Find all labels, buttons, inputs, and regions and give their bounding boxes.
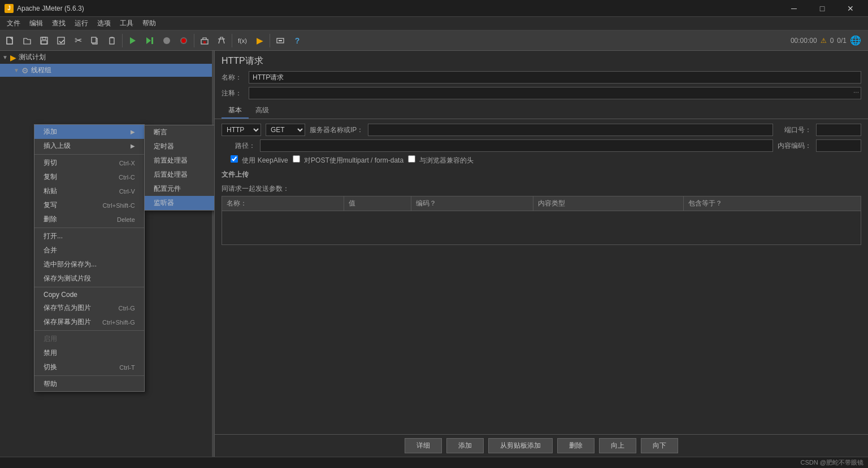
toolbar-remote[interactable]: [272, 33, 288, 49]
toolbar-paste[interactable]: [104, 33, 120, 49]
toolbar-pause[interactable]: [159, 33, 175, 49]
keepalive-checkbox[interactable]: [231, 155, 238, 163]
tree-item-test-plan[interactable]: ▼ ▶ 测试计划: [0, 51, 214, 64]
menu-file[interactable]: 文件: [2, 18, 25, 29]
sub-assertion[interactable]: 断言 ▶: [145, 125, 215, 139]
comment-input[interactable]: [249, 87, 861, 99]
close-button[interactable]: ✕: [837, 0, 863, 17]
cm-duplicate[interactable]: 复写 Ctrl+Shift-C: [34, 198, 144, 212]
tree-item-thread-group[interactable]: ▼ ⚙ 线程组: [0, 64, 214, 77]
cm-save-fragment-label: 保存为测试片段: [44, 274, 91, 283]
params-header: 同请求一起发送参数：: [222, 184, 861, 194]
file-upload-header: 文件上传: [222, 170, 861, 180]
cm-copy[interactable]: 复制 Ctrl-C: [34, 170, 144, 184]
cm-toggle[interactable]: 切换 Ctrl-T: [34, 360, 144, 374]
cm-paste[interactable]: 粘贴 Ctrl-V: [34, 184, 144, 198]
toolbar-open[interactable]: [19, 33, 35, 49]
menu-tools[interactable]: 工具: [115, 18, 138, 29]
toolbar-cut[interactable]: ✂: [70, 33, 86, 49]
panel-drag-handle[interactable]: [212, 51, 214, 457]
toolbar-clear[interactable]: [214, 33, 229, 49]
cm-save-node-image[interactable]: 保存节点为图片 Ctrl-G: [34, 301, 144, 315]
browser-compat-checkbox[interactable]: [408, 155, 415, 163]
network-icon: 🌐: [850, 35, 861, 46]
cm-open[interactable]: 打开...: [34, 229, 144, 243]
cm-enable[interactable]: 启用: [34, 332, 144, 346]
cm-save-node-image-label: 保存节点为图片: [44, 303, 91, 313]
port-input[interactable]: [816, 124, 861, 136]
cm-save-fragment[interactable]: 保存为测试片段: [34, 272, 144, 286]
minimize-button[interactable]: ─: [781, 0, 807, 17]
cm-insert-parent[interactable]: 插入上级 ▶: [34, 139, 144, 153]
path-input[interactable]: [260, 139, 773, 152]
sub-timer-label: 定时器: [154, 142, 174, 151]
test-plan-icon: ▶: [10, 53, 16, 62]
menu-run[interactable]: 运行: [70, 18, 93, 29]
cm-copy-code[interactable]: Copy Code: [34, 288, 144, 301]
cm-cut-shortcut: Ctrl-X: [119, 160, 135, 167]
toolbar-save[interactable]: [36, 33, 52, 49]
maximize-button[interactable]: □: [809, 0, 835, 17]
cm-save-screen-image[interactable]: 保存屏幕为图片 Ctrl+Shift-G: [34, 315, 144, 329]
multipart-checkbox[interactable]: [293, 155, 300, 163]
down-button[interactable]: 向下: [641, 438, 678, 453]
cm-delete[interactable]: 删除 Delete: [34, 212, 144, 226]
toolbar-save2[interactable]: [53, 33, 69, 49]
svg-rect-10: [151, 37, 153, 44]
add-button[interactable]: 添加: [446, 438, 484, 453]
context-menu-primary: 添加 ▶ 断言 ▶ 定时器 ▶ 前置处理器 ▶: [34, 124, 145, 392]
cm-cut[interactable]: 剪切 Ctrl-X: [34, 156, 144, 170]
cm-save-selection[interactable]: 选中部分保存为...: [34, 257, 144, 272]
toolbar-sep4: [270, 34, 270, 47]
cm-duplicate-label: 复写: [44, 200, 57, 210]
svg-rect-3: [41, 41, 47, 44]
cm-insert-parent-label: 插入上级: [44, 141, 71, 151]
cm-paste-shortcut: Ctrl-V: [119, 188, 135, 195]
server-input[interactable]: [368, 124, 773, 136]
toolbar-new[interactable]: [2, 33, 18, 49]
sub-listener[interactable]: 监听器 ▶ 查看结果树 汇总报告 聚合报告: [145, 196, 215, 210]
menu-options[interactable]: 选项: [93, 18, 115, 29]
toolbar-start-no-pause[interactable]: [142, 33, 158, 49]
menu-search[interactable]: 查找: [47, 18, 70, 29]
method-select[interactable]: GET POST PUT: [266, 124, 305, 136]
toolbar-clear-all[interactable]: [197, 33, 212, 49]
menu-edit[interactable]: 编辑: [25, 18, 47, 29]
detail-button[interactable]: 详细: [405, 438, 442, 453]
svg-marker-9: [146, 37, 151, 44]
name-row: 名称：: [215, 69, 868, 85]
add-from-clipboard-button[interactable]: 从剪贴板添加: [488, 438, 553, 453]
toolbar-function-helper[interactable]: f(x): [235, 33, 250, 49]
sub-config[interactable]: 配置元件 ▶: [145, 182, 215, 196]
tab-basic[interactable]: 基本: [222, 103, 249, 119]
toolbar-sep1: [122, 34, 123, 47]
cm-enable-label: 启用: [44, 334, 57, 344]
name-label: 名称：: [222, 73, 244, 82]
encoding-input[interactable]: [816, 139, 861, 152]
title-bar-left: J Apache JMeter (5.6.3): [5, 4, 84, 13]
delete-button[interactable]: 删除: [557, 438, 594, 453]
menu-help[interactable]: 帮助: [138, 18, 160, 29]
toolbar-help[interactable]: ?: [289, 33, 305, 49]
cm-disable[interactable]: 禁用: [34, 346, 144, 360]
sub-timer[interactable]: 定时器 ▶: [145, 139, 215, 154]
toolbar-template[interactable]: ▶: [251, 33, 267, 49]
cm-save-selection-label: 选中部分保存为...: [44, 260, 97, 269]
protocol-select[interactable]: HTTP HTTPS: [222, 124, 261, 136]
toolbar-stop[interactable]: [176, 33, 192, 49]
sub-post-processor[interactable]: 后置处理器 ▶: [145, 168, 215, 182]
cm-merge[interactable]: 合并: [34, 243, 144, 257]
toolbar-copy[interactable]: [87, 33, 103, 49]
cm-copy-code-label: Copy Code: [44, 291, 77, 299]
sub-pre-processor[interactable]: 前置处理器 ▶: [145, 154, 215, 168]
tab-advanced[interactable]: 高级: [249, 103, 276, 119]
up-button[interactable]: 向上: [599, 438, 636, 453]
cm-copy-label: 复制: [44, 172, 57, 182]
tree-label-test-plan: 测试计划: [19, 53, 46, 62]
cm-delete-shortcut: Delete: [117, 216, 135, 223]
toolbar-start[interactable]: [125, 33, 141, 49]
cm-add-label: 添加: [44, 127, 57, 137]
cm-add[interactable]: 添加 ▶ 断言 ▶ 定时器 ▶ 前置处理器 ▶: [34, 125, 144, 139]
cm-help[interactable]: 帮助: [34, 377, 144, 391]
name-input[interactable]: [249, 71, 861, 84]
